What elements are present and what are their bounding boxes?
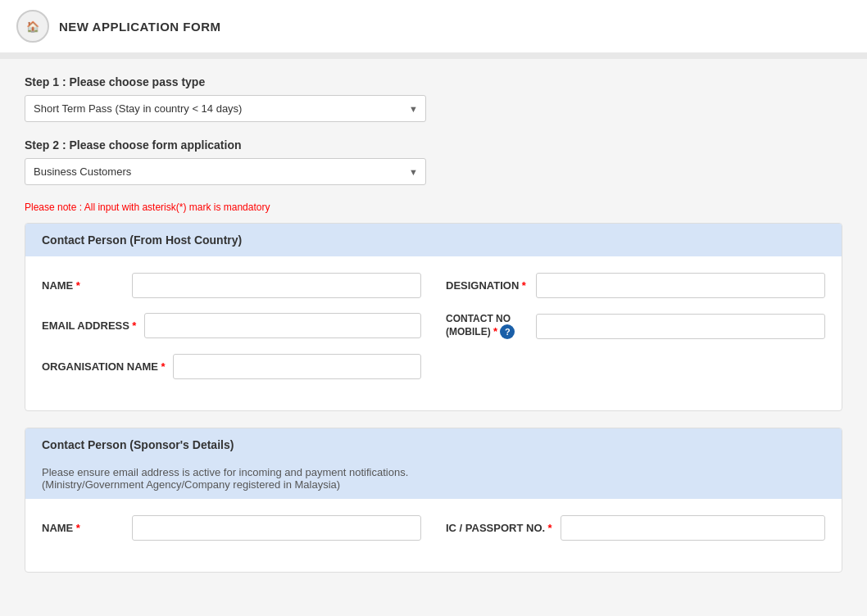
organisation-label: ORGANISATION NAME * [42,360,165,373]
name-label: NAME * [42,279,124,292]
section2-subtitle2: (Ministry/Government Agency/Company regi… [42,478,825,491]
section2-name-input[interactable] [132,515,421,541]
section2-name-label: NAME * [42,522,124,534]
section1-card: Contact Person (From Host Country) NAME … [25,223,842,411]
home-icon: 🏠 [26,20,39,33]
section2-card: Contact Person (Sponsor's Details) Pleas… [25,428,842,573]
nav-bar [0,52,867,59]
section2-form-body: NAME * IC / PASSPORT NO. * [25,499,842,572]
email-group: EMAIL ADDRESS * [42,313,421,338]
org-required-star: * [161,360,165,373]
ic-passport-group: IC / PASSPORT NO. * [446,515,825,541]
step1-select[interactable]: Short Term Pass (Stay in country < 14 da… [25,95,426,122]
organisation-row: ORGANISATION NAME * [42,354,825,379]
step1-select-wrapper: Short Term Pass (Stay in country < 14 da… [25,95,426,122]
email-contact-row: EMAIL ADDRESS * CONTACT NO (MOBILE) * ? [42,313,825,339]
mandatory-note: Please note : All input with asterisk(*)… [25,202,842,213]
name-designation-row: NAME * DESIGNATION * [42,273,825,298]
section2-subtitle: Please ensure email address is active fo… [25,461,842,499]
step2-select[interactable]: Business Customers [25,158,426,185]
step2-label: Step 2 : Please choose form application [25,138,842,152]
section2-header: Contact Person (Sponsor's Details) [25,428,842,461]
email-label: EMAIL ADDRESS * [42,319,136,332]
contact-help-icon[interactable]: ? [500,324,515,339]
contact-label2: (MOBILE) * ? [446,324,528,339]
ic-required-star: * [547,522,552,534]
designation-group: DESIGNATION * [446,273,825,298]
home-button[interactable]: 🏠 [16,10,49,43]
step1-label: Step 1 : Please choose pass type [25,75,842,88]
designation-required-star: * [522,279,526,292]
name-required-star: * [76,279,80,292]
organisation-input[interactable] [173,354,421,379]
step2-select-wrapper: Business Customers ▼ [25,158,426,185]
step1-section: Step 1 : Please choose pass type Short T… [25,75,842,122]
ic-passport-label: IC / PASSPORT NO. * [446,522,552,534]
email-required-star: * [132,319,136,332]
contact-label-group: CONTACT NO (MOBILE) * ? [446,313,528,339]
name-input[interactable] [132,273,421,298]
email-input[interactable] [144,313,421,338]
section2-name-group: NAME * [42,515,421,541]
page-title: NEW APPLICATION FORM [59,20,221,34]
section2-name-required-star: * [76,522,80,534]
organisation-group: ORGANISATION NAME * [42,354,421,379]
contact-group: CONTACT NO (MOBILE) * ? [446,313,825,339]
section1-header: Contact Person (From Host Country) [25,224,842,256]
contact-label: CONTACT NO [446,313,528,324]
designation-input[interactable] [536,273,825,298]
main-content: Step 1 : Please choose pass type Short T… [0,59,867,605]
app-header: 🏠 NEW APPLICATION FORM [0,0,867,52]
step2-section: Step 2 : Please choose form application … [25,138,842,185]
ic-passport-input[interactable] [561,515,825,541]
contact-required-star: * [493,325,497,337]
section1-form-body: NAME * DESIGNATION * EMAIL [25,256,842,410]
contact-input[interactable] [536,314,825,339]
designation-label: DESIGNATION * [446,279,528,292]
section2-name-ic-row: NAME * IC / PASSPORT NO. * [42,515,825,541]
section2-subtitle1: Please ensure email address is active fo… [42,466,825,478]
name-group: NAME * [42,273,421,298]
